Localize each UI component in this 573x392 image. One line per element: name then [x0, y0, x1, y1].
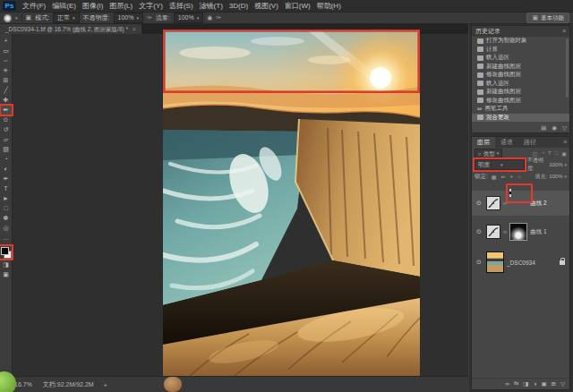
new-document-from-state-icon[interactable]: ▤ — [541, 124, 546, 132]
status-arrow-icon[interactable]: ▸ — [105, 381, 107, 388]
panel-menu-icon[interactable]: ≡ — [562, 26, 566, 37]
menu-select[interactable]: 选择(S) — [169, 1, 193, 11]
blend-mode-select[interactable]: 正常 ▾ — [53, 13, 80, 23]
layer-blend-mode-select[interactable]: 明度 ▾ — [475, 159, 525, 170]
toggle-brush-panel-icon[interactable]: ▣ — [26, 14, 32, 21]
tab-layers[interactable]: 图层 — [472, 137, 495, 148]
layer-mask-thumbnail[interactable] — [509, 223, 527, 241]
type-tool[interactable]: T — [1, 184, 12, 193]
brush-preset-icon[interactable] — [4, 14, 12, 22]
shape-tool[interactable]: □ — [1, 204, 12, 213]
filter-type-icon[interactable]: T — [548, 150, 552, 156]
curves-adjustment-icon[interactable] — [486, 225, 500, 239]
opacity-select[interactable]: 100% ▾ — [114, 13, 143, 23]
layer-image-thumbnail[interactable] — [486, 251, 504, 273]
crop-tool[interactable]: ⊞ — [1, 76, 12, 85]
lock-position-icon[interactable]: + — [510, 174, 514, 179]
filter-pixel-icon[interactable]: ◫ — [533, 150, 538, 157]
brush-preset-caret-icon[interactable]: ▾ — [15, 15, 18, 21]
history-item[interactable]: 计算 — [472, 46, 569, 55]
quick-selection-tool[interactable]: ✳ — [1, 66, 12, 75]
path-selection-tool[interactable]: ► — [1, 194, 12, 203]
history-item-selected[interactable]: 混合更改 — [472, 114, 569, 123]
layer-mask-thumbnail-wrap[interactable] — [509, 190, 527, 209]
menu-layer[interactable]: 图层(L) — [109, 1, 133, 11]
clone-stamp-tool[interactable]: ⊙ — [1, 115, 12, 124]
flow-select[interactable]: 100% ▾ — [174, 13, 203, 23]
history-item[interactable]: 载入选区 — [472, 54, 569, 63]
menu-edit[interactable]: 编辑(E) — [52, 1, 76, 11]
brush-tool[interactable]: ✏ — [1, 106, 12, 115]
new-snapshot-icon[interactable]: ◉ — [552, 124, 557, 132]
visibility-eye-icon[interactable]: ⊙ — [475, 259, 483, 266]
menu-image[interactable]: 图像(I) — [82, 1, 104, 11]
layer-row-curves-1[interactable]: ⊙ ∞ 曲线 1 — [472, 219, 569, 244]
photoshop-logo-icon[interactable]: Ps — [3, 1, 16, 11]
layer-opacity-value[interactable]: 100% — [549, 162, 562, 167]
layer-row-curves-2[interactable]: ⊙ ∞ 曲线 2 — [472, 191, 569, 216]
mask-link-icon[interactable]: ∞ — [503, 229, 507, 234]
filter-smart-object-icon[interactable]: ▣ — [561, 150, 567, 157]
adjustment-layer-icon[interactable]: ◑ — [533, 380, 536, 388]
link-layers-icon[interactable]: ∞ — [505, 380, 509, 388]
menu-window[interactable]: 窗口(W) — [285, 1, 311, 11]
workspace-switcher-button[interactable]: ▣ 基本功能 — [526, 13, 569, 23]
filter-shape-icon[interactable]: □ — [555, 150, 559, 156]
layer-row-background[interactable]: ⊙ _DSC0934 — [472, 248, 569, 277]
tab-paths[interactable]: 路径 — [518, 137, 542, 148]
menu-filter[interactable]: 滤镜(T) — [200, 1, 223, 11]
eyedropper-tool[interactable]: ╱ — [1, 86, 12, 95]
lasso-tool[interactable]: ∽ — [1, 56, 12, 65]
close-icon[interactable]: × — [133, 24, 136, 34]
trash-icon[interactable]: ▽ — [562, 124, 567, 132]
history-item[interactable]: 新建曲线图层 — [472, 88, 569, 97]
blur-tool[interactable]: ◔ — [1, 155, 12, 164]
pen-pressure-size-icon[interactable]: ✑ — [216, 14, 221, 21]
group-icon[interactable]: ▣ — [541, 380, 546, 388]
history-item[interactable]: 修改曲线图层 — [472, 71, 569, 80]
photo-canvas[interactable] — [163, 30, 420, 376]
hand-tool[interactable]: ✽ — [1, 214, 12, 223]
fill-value[interactable]: 100% — [549, 174, 562, 179]
layer-filter-select[interactable]: ⌕ 类型 ▾ — [475, 149, 502, 158]
history-brush-tool[interactable]: ↺ — [1, 125, 12, 134]
screen-mode-button[interactable]: ▣ — [1, 270, 12, 279]
panel-menu-icon[interactable]: ≡ — [563, 137, 569, 148]
eraser-tool[interactable]: ▱ — [1, 135, 12, 144]
layer-style-fx-icon[interactable]: fx — [514, 380, 518, 388]
lock-all-icon[interactable]: ⌂ — [517, 174, 521, 179]
pen-pressure-opacity-icon[interactable]: ✑ — [147, 14, 152, 21]
pen-tool[interactable]: ✒ — [1, 175, 12, 183]
trash-icon[interactable]: ▽ — [560, 380, 565, 388]
lock-transparency-icon[interactable]: ▦ — [492, 174, 497, 180]
history-item[interactable]: ✏ 画笔工具 — [472, 105, 569, 114]
curves-adjustment-icon[interactable] — [486, 196, 500, 210]
edit-toolbar-button[interactable]: … — [1, 234, 12, 243]
quick-mask-button[interactable]: ◨ — [1, 260, 12, 269]
history-item[interactable]: 新建曲线图层 — [472, 63, 569, 72]
zoom-level-field[interactable]: 16.7% — [14, 381, 32, 388]
move-tool[interactable]: + — [1, 37, 12, 46]
healing-brush-tool[interactable]: ✚ — [1, 96, 12, 105]
history-item[interactable]: 载入选区 — [472, 80, 569, 89]
color-swatches[interactable] — [0, 246, 12, 259]
new-layer-icon[interactable]: ⊞ — [552, 380, 556, 388]
dodge-tool[interactable]: ◐ — [1, 165, 12, 174]
menu-help[interactable]: 帮助(H) — [317, 1, 341, 11]
visibility-eye-icon[interactable]: ⊙ — [475, 200, 483, 207]
history-item[interactable]: 打开为智能对象 — [472, 37, 569, 46]
menu-type[interactable]: 文字(Y) — [139, 1, 163, 11]
tab-channels[interactable]: 通道 — [495, 137, 518, 148]
layer-name[interactable]: 曲线 1 — [530, 228, 546, 236]
filter-adjustment-icon[interactable]: ◔ — [541, 150, 544, 156]
menu-file[interactable]: 文件(F) — [22, 1, 46, 11]
scrollbar[interactable] — [566, 38, 569, 98]
zoom-tool[interactable]: ◎ — [1, 224, 12, 233]
airbrush-icon[interactable]: ◉ — [207, 14, 212, 21]
marquee-tool[interactable]: ▭ — [1, 47, 12, 55]
history-item[interactable]: 修改曲线图层 — [472, 97, 569, 106]
lock-pixels-icon[interactable]: ✏ — [500, 174, 505, 180]
visibility-eye-icon[interactable]: ⊙ — [475, 228, 483, 235]
document-tab[interactable]: _DSC0934-1.tif @ 16.7% (曲线 2, 图层蒙版/8) * … — [0, 24, 141, 34]
gradient-tool[interactable]: ▨ — [1, 145, 12, 154]
